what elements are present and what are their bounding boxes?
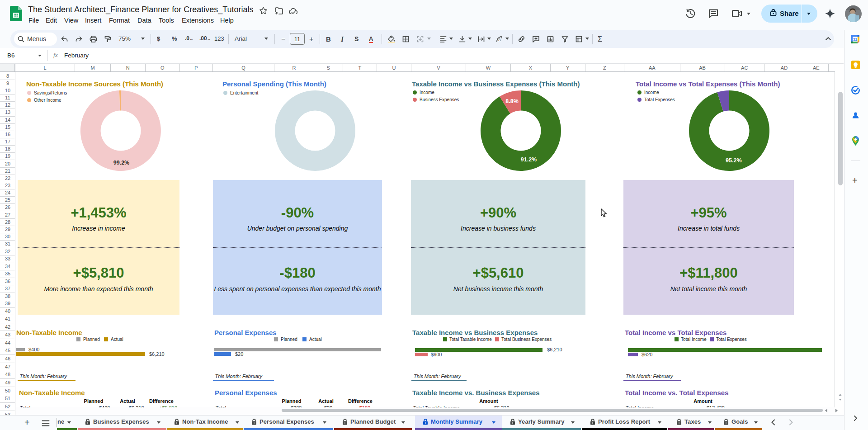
svg-text:A: A	[498, 38, 501, 42]
svg-text:31: 31	[853, 37, 858, 42]
svg-text:8.8%: 8.8%	[505, 98, 519, 104]
svg-text:99.2%: 99.2%	[113, 160, 129, 166]
svg-text:91.2%: 91.2%	[520, 156, 536, 163]
svg-text:95.2%: 95.2%	[726, 157, 741, 163]
